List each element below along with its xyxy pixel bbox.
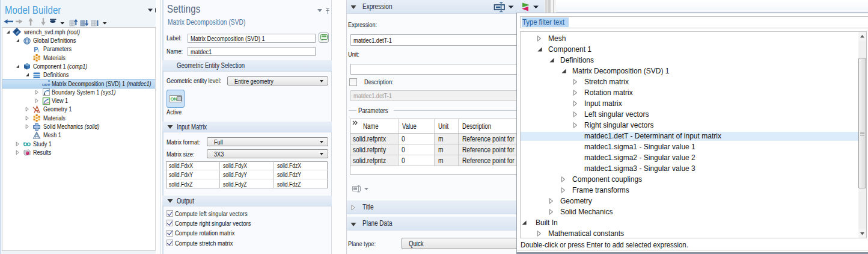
svg-text:P: P [34, 46, 38, 53]
svg-text:ON: ON [170, 96, 177, 102]
svg-text:uov: uov [42, 82, 50, 87]
svg-text:i: i [38, 48, 39, 53]
